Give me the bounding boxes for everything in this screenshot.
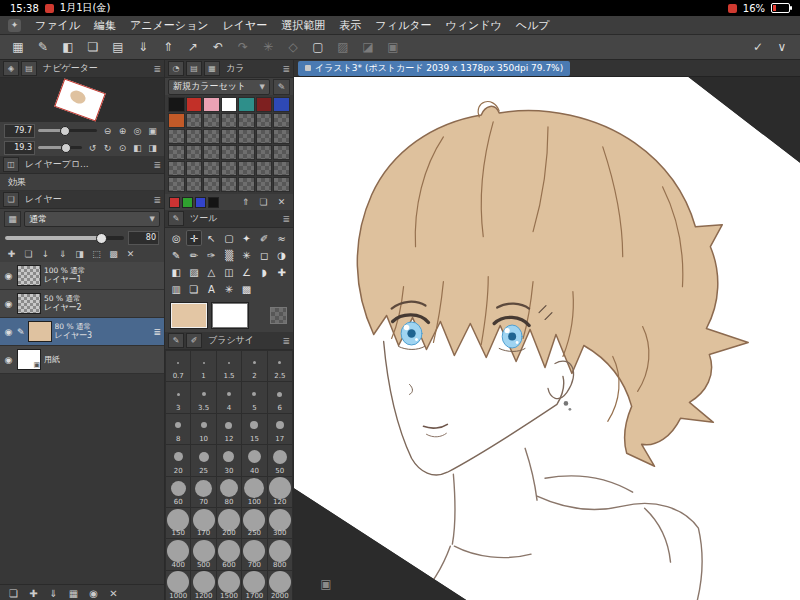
canvas-view[interactable]: ▣ <box>294 77 800 600</box>
brush-size-60[interactable]: 60 <box>166 477 190 507</box>
save-button[interactable]: ⇓ <box>131 37 155 57</box>
brush-size-100[interactable]: 100 <box>242 477 266 507</box>
menu-item-7[interactable]: フィルター <box>375 18 431 33</box>
export-button[interactable]: ⇑ <box>156 37 180 57</box>
document-tab[interactable]: イラスト3* (ポストカード 2039 x 1378px 350dpi 79.7… <box>298 61 570 76</box>
color-panel-menu-icon[interactable]: ≣ <box>282 64 290 74</box>
brush-size-600[interactable]: 600 <box>217 539 241 569</box>
color-swatch[interactable] <box>168 161 185 176</box>
open-file-button[interactable]: ▤ <box>106 37 130 57</box>
brush-size-150[interactable]: 150 <box>166 508 190 538</box>
text-tool[interactable]: A <box>203 281 220 297</box>
delete-layer-button[interactable]: ✕ <box>123 247 138 261</box>
layer-thumbnail[interactable]: ▣ <box>17 349 41 370</box>
clipping-button[interactable]: ⬚ <box>89 247 104 261</box>
color-swatch[interactable] <box>186 177 203 192</box>
brush-size-500[interactable]: 500 <box>191 539 215 569</box>
layer-visibility-icon[interactable]: ◉ <box>3 355 14 365</box>
mask-button[interactable]: ◪ <box>356 37 380 57</box>
layer-thumbnail[interactable] <box>17 265 41 286</box>
menu-item-3[interactable]: アニメーション <box>130 18 209 33</box>
brush-size-200[interactable]: 200 <box>217 508 241 538</box>
snap-button[interactable]: ◇ <box>281 37 305 57</box>
brush-size-panel-menu-icon[interactable]: ≣ <box>282 336 290 346</box>
menu-item-1[interactable]: ファイル <box>35 18 80 33</box>
layer-panel-menu-icon[interactable]: ≣ <box>153 195 161 205</box>
color-swatch[interactable] <box>221 129 238 144</box>
rotate-slider-knob[interactable] <box>61 143 71 153</box>
color-swatch[interactable] <box>256 97 273 112</box>
brush-size-1200[interactable]: 1200 <box>191 571 215 600</box>
brush-tool[interactable]: ✑ <box>203 247 220 263</box>
color-swatch[interactable] <box>238 145 255 160</box>
layer-row-1[interactable]: ◉100 % 通常レイヤー1 <box>0 262 164 290</box>
quick-color-swatch[interactable] <box>182 197 193 208</box>
subview-tab-icon[interactable]: ▤ <box>21 61 37 76</box>
color-swatch[interactable] <box>203 97 220 112</box>
brush-size-8[interactable]: 8 <box>166 414 190 444</box>
new-layer-button[interactable]: ✚ <box>4 247 19 261</box>
color-swatch[interactable] <box>203 177 220 192</box>
balloon-tool[interactable]: ◗ <box>256 264 273 280</box>
color-slider-tab-icon[interactable]: ▤ <box>186 61 202 76</box>
merge-down-button[interactable]: ⇓ <box>55 247 70 261</box>
brush-tab-icon-1[interactable]: ✎ <box>168 333 184 348</box>
frame-button[interactable]: ▢ <box>306 37 330 57</box>
color-swatch[interactable] <box>168 97 185 112</box>
layer-visibility-icon[interactable]: ◉ <box>3 271 14 281</box>
canvas-pad-toggle-button[interactable]: ▣ <box>316 576 336 592</box>
edit-color-set-icon[interactable]: ✎ <box>273 79 290 95</box>
layer-thumbnail[interactable] <box>17 293 41 314</box>
color-swatch[interactable] <box>221 145 238 160</box>
correction-tool[interactable]: ✚ <box>273 264 290 280</box>
bottom-new-layer-button[interactable]: ✚ <box>26 587 41 600</box>
brush-size-1700[interactable]: 1700 <box>242 571 266 600</box>
color-swatch[interactable] <box>273 145 290 160</box>
zoom-in-button[interactable]: ⊕ <box>115 124 130 138</box>
layer-property-tab-icon[interactable]: ◫ <box>3 157 19 172</box>
brush-tab-icon-2[interactable]: ✐ <box>186 333 202 348</box>
collapse-toolbar-button[interactable]: ∨ <box>770 37 794 57</box>
brush-size-800[interactable]: 800 <box>268 539 292 569</box>
zoom-slider[interactable] <box>38 129 97 132</box>
menu-item-5[interactable]: 選択範囲 <box>281 18 325 33</box>
tone-tool[interactable]: ▥ <box>168 281 185 297</box>
color-swatch[interactable] <box>186 97 203 112</box>
brush-size-40[interactable]: 40 <box>242 445 266 475</box>
layer-property-panel-menu-icon[interactable]: ≣ <box>153 160 161 170</box>
blend-tool[interactable]: ◑ <box>273 247 290 263</box>
menu-item-8[interactable]: ウィンドウ <box>445 18 501 33</box>
layer-tab-icon[interactable]: ❏ <box>3 192 19 207</box>
eraser-tool[interactable]: ◻ <box>256 247 273 263</box>
rotate-reset-button[interactable]: ⊙ <box>115 141 130 155</box>
brush-size-4[interactable]: 4 <box>217 382 241 412</box>
frame-border-tool[interactable]: ◫ <box>221 264 238 280</box>
brush-size-1000[interactable]: 1000 <box>166 571 190 600</box>
brush-size-170[interactable]: 170 <box>191 508 215 538</box>
color-swatch[interactable] <box>256 113 273 128</box>
layer-visibility-icon[interactable]: ◉ <box>3 299 14 309</box>
navigator-preview[interactable] <box>0 78 164 122</box>
bottom-record-button[interactable]: ◉ <box>86 587 101 600</box>
brush-size-6[interactable]: 6 <box>268 382 292 412</box>
transparent-color-chip[interactable] <box>270 307 287 324</box>
opacity-value-box[interactable]: 80 <box>128 231 159 245</box>
eyedropper-tool[interactable]: ✐ <box>256 230 273 246</box>
navigator-panel-menu-icon[interactable]: ≣ <box>153 64 161 74</box>
color-swatch[interactable] <box>203 113 220 128</box>
color-swatch[interactable] <box>221 177 238 192</box>
menu-item-9[interactable]: ヘルプ <box>516 18 550 33</box>
bottom-delete-button[interactable]: ✕ <box>106 587 121 600</box>
material-tool[interactable]: ❏ <box>186 281 203 297</box>
menu-item-6[interactable]: 表示 <box>339 18 361 33</box>
color-swatch[interactable] <box>238 113 255 128</box>
redo-button[interactable]: ↷ <box>231 37 255 57</box>
color-swatch[interactable] <box>203 129 220 144</box>
palette-export-icon[interactable]: ⇑ <box>238 195 253 209</box>
brush-size-2[interactable]: 2 <box>242 351 266 381</box>
brush-size-30[interactable]: 30 <box>217 445 241 475</box>
brush-size-0.7[interactable]: 0.7 <box>166 351 190 381</box>
brush-size-120[interactable]: 120 <box>268 477 292 507</box>
color-wheel-tab-icon[interactable]: ◔ <box>168 61 184 76</box>
undo-button[interactable]: ↶ <box>206 37 230 57</box>
